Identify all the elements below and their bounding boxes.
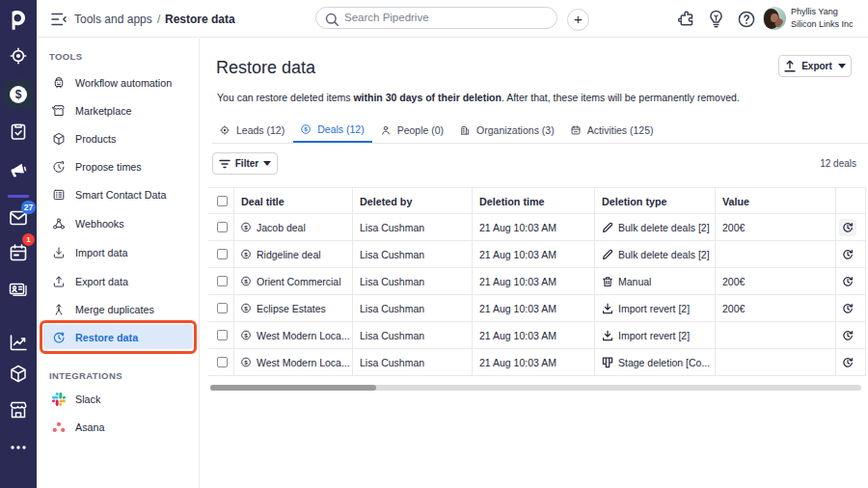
svg-text:$: $ <box>15 88 22 101</box>
svg-text:$: $ <box>244 359 248 366</box>
svg-text:$: $ <box>305 126 309 132</box>
svg-text:$: $ <box>244 224 248 230</box>
svg-text:$: $ <box>244 305 248 312</box>
svg-text:$: $ <box>244 251 248 258</box>
svg-text:$: $ <box>244 278 248 285</box>
svg-text:$: $ <box>244 332 248 339</box>
